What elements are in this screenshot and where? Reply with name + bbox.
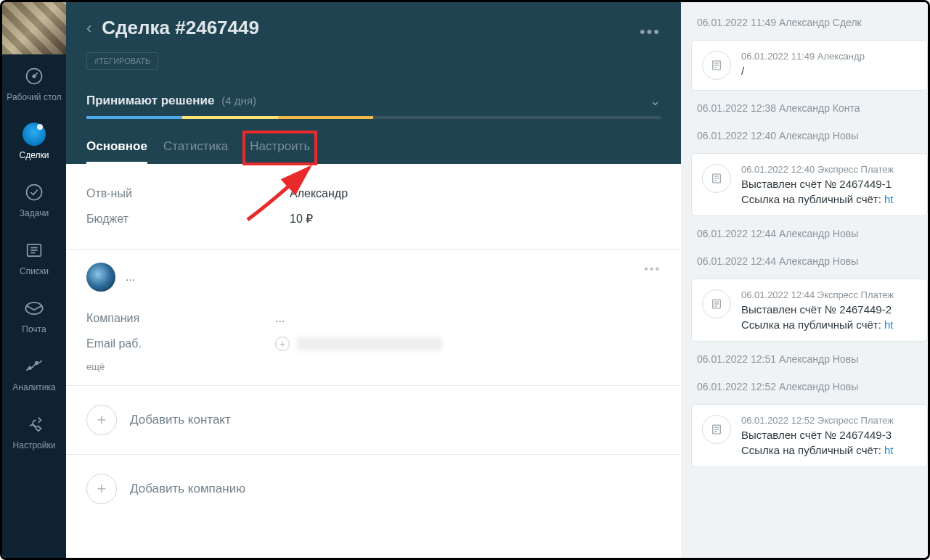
chevron-down-icon: ⌄ bbox=[650, 93, 661, 109]
nav-label: Аналитика bbox=[12, 382, 55, 392]
tab-settings[interactable]: Настроить bbox=[244, 132, 316, 164]
feed-card[interactable]: 06.01.2022 12:40 Экспресс Платеж Выставл… bbox=[691, 153, 928, 216]
feed-meta: 06.01.2022 12:44 Экспресс Платеж bbox=[741, 289, 917, 300]
mail-icon bbox=[23, 297, 46, 320]
svg-point-2 bbox=[27, 185, 42, 200]
status-days: (4 дня) bbox=[221, 94, 256, 107]
more-fields-link[interactable]: ещё bbox=[86, 361, 661, 372]
budget-value[interactable]: 10 ₽ bbox=[290, 212, 313, 226]
plus-circle-icon: + bbox=[86, 474, 117, 504]
deal-header: ‹ Сделка #2467449 ••• #ТЕГИРОВАТЬ Приним… bbox=[66, 2, 681, 164]
tag-button[interactable]: #ТЕГИРОВАТЬ bbox=[86, 52, 158, 70]
plus-circle-icon: + bbox=[86, 405, 117, 435]
nav-lists[interactable]: Списки bbox=[2, 228, 66, 287]
sidebar: Рабочий стол Сделки Задачи Списки Почта … bbox=[2, 2, 66, 558]
feed-entry: 06.01.2022 12:51 Александр Новы bbox=[691, 349, 928, 369]
add-contact-button[interactable]: + Добавить контакт bbox=[66, 385, 681, 454]
invoice-link[interactable]: ht bbox=[884, 444, 894, 456]
feed-card[interactable]: 06.01.2022 11:49 Александр / bbox=[691, 40, 928, 91]
nav-deals[interactable]: Сделки bbox=[2, 112, 66, 170]
company-value[interactable]: ... bbox=[275, 312, 285, 325]
contact-menu-button[interactable]: ••• bbox=[644, 263, 661, 276]
nav-mail[interactable]: Почта bbox=[2, 287, 66, 345]
status-name: Принимают решение bbox=[86, 94, 214, 108]
feed-text: Ссылка на публичный счёт: ht bbox=[741, 318, 917, 331]
status-selector[interactable]: Принимают решение (4 дня) ⌄ bbox=[86, 93, 661, 116]
tab-stats[interactable]: Статистика bbox=[163, 132, 228, 164]
email-value[interactable]: + bbox=[275, 337, 442, 351]
feed-card[interactable]: 06.01.2022 12:52 Экспресс Платеж Выставл… bbox=[691, 404, 928, 467]
responsible-value[interactable]: Александр bbox=[290, 187, 348, 200]
add-company-button[interactable]: + Добавить компанию bbox=[66, 454, 681, 523]
nav-settings[interactable]: Настройки bbox=[2, 403, 66, 461]
feed-entry: 06.01.2022 12:44 Александр Новы bbox=[691, 223, 928, 244]
email-blurred bbox=[297, 337, 442, 350]
feed-text: Выставлен счёт № 2467449-3 bbox=[741, 429, 917, 441]
nav-label: Почта bbox=[22, 324, 46, 334]
svg-point-7 bbox=[25, 302, 42, 314]
nav-label: Списки bbox=[20, 266, 49, 276]
note-icon bbox=[702, 51, 731, 80]
company-label: Компания bbox=[86, 312, 275, 325]
budget-label: Бюджет bbox=[86, 213, 290, 226]
note-icon bbox=[702, 415, 731, 444]
feed-entry: 06.01.2022 11:49 Александр Сделк bbox=[691, 12, 928, 33]
email-label: Email раб. bbox=[86, 337, 275, 350]
tab-main[interactable]: Основное bbox=[86, 132, 147, 164]
analytics-icon bbox=[23, 355, 46, 378]
feed-text: Выставлен счёт № 2467449-2 bbox=[741, 303, 917, 316]
deal-body: Отв-ный Александр Бюджет 10 ₽ ... ••• Ко… bbox=[66, 164, 681, 558]
nav-analytics[interactable]: Аналитика bbox=[2, 345, 66, 403]
feed-entry: 06.01.2022 12:52 Александр Новы bbox=[691, 376, 928, 397]
contact-avatar[interactable] bbox=[86, 263, 115, 292]
list-icon bbox=[23, 239, 46, 262]
add-contact-label: Добавить контакт bbox=[130, 413, 231, 427]
svg-point-1 bbox=[33, 75, 36, 78]
contact-name[interactable]: ... bbox=[126, 271, 135, 284]
invoice-link[interactable]: ht bbox=[884, 318, 894, 331]
invoice-link[interactable]: ht bbox=[884, 193, 894, 205]
feed-meta: 06.01.2022 12:40 Экспресс Платеж bbox=[741, 164, 917, 175]
pipeline-progress bbox=[86, 116, 661, 119]
note-icon bbox=[702, 289, 731, 318]
header-menu-button[interactable]: ••• bbox=[640, 22, 661, 41]
feed-meta: 06.01.2022 12:52 Экспресс Платеж bbox=[741, 415, 917, 426]
nav-label: Настройки bbox=[13, 440, 56, 450]
back-chevron-icon[interactable]: ‹ bbox=[86, 19, 91, 38]
feed-card[interactable]: 06.01.2022 12:44 Экспресс Платеж Выставл… bbox=[691, 279, 928, 342]
deal-title: Сделка #2467449 bbox=[102, 17, 259, 39]
wrench-icon bbox=[23, 413, 46, 436]
check-circle-icon bbox=[23, 181, 46, 204]
note-icon bbox=[702, 164, 731, 193]
plus-icon[interactable]: + bbox=[275, 337, 290, 351]
nav-desktop[interactable]: Рабочий стол bbox=[2, 54, 66, 112]
activity-feed: 06.01.2022 11:49 Александр Сделк 06.01.2… bbox=[681, 2, 928, 558]
nav-label: Рабочий стол bbox=[7, 92, 61, 102]
feed-text: Выставлен счёт № 2467449-1 bbox=[741, 178, 917, 190]
tabs: Основное Статистика Настроить bbox=[86, 132, 661, 164]
nav-label: Задачи bbox=[20, 208, 49, 218]
nav-tasks[interactable]: Задачи bbox=[2, 170, 66, 228]
feed-entry: 06.01.2022 12:44 Александр Новы bbox=[691, 251, 928, 271]
feed-entry: 06.01.2022 12:38 Александр Конта bbox=[691, 98, 928, 118]
gauge-icon bbox=[23, 65, 46, 88]
feed-meta: 06.01.2022 11:49 Александр bbox=[741, 51, 917, 62]
feed-text: Ссылка на публичный счёт: ht bbox=[741, 444, 917, 456]
add-company-label: Добавить компанию bbox=[130, 482, 245, 496]
feed-text: Ссылка на публичный счёт: ht bbox=[741, 193, 917, 205]
feed-entry: 06.01.2022 12:40 Александр Новы bbox=[691, 125, 928, 146]
responsible-label: Отв-ный bbox=[86, 187, 290, 200]
feed-text: / bbox=[741, 65, 917, 77]
contact-block: ... ••• Компания ... Email раб. + ещё bbox=[66, 249, 681, 385]
workspace-logo bbox=[2, 2, 66, 54]
deals-icon bbox=[23, 123, 46, 146]
main-column: ‹ Сделка #2467449 ••• #ТЕГИРОВАТЬ Приним… bbox=[66, 2, 681, 558]
nav-label: Сделки bbox=[20, 150, 49, 160]
